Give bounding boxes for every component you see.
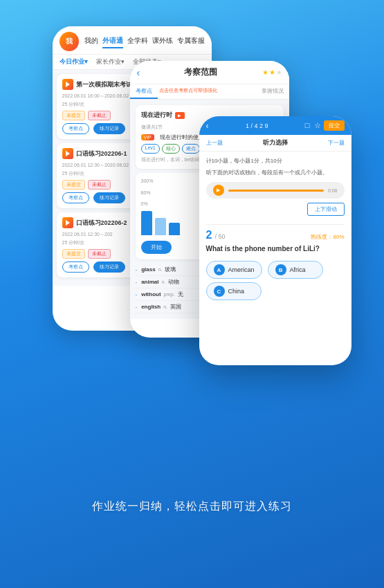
option-a[interactable]: A American xyxy=(206,261,262,279)
option-c[interactable]: C China xyxy=(206,282,262,300)
phone-stack: 我 我的 外语通 全学科 课外练 专属客服 今日作业▾ 家长作业▾ 全部状态▾ xyxy=(40,19,345,490)
star-1: ★ xyxy=(262,68,268,76)
option-row-2: C China xyxy=(206,282,345,300)
mid-tab-examine[interactable]: 考察点 xyxy=(130,84,158,99)
nav-tab-zhuanshu[interactable]: 专属客服 xyxy=(177,35,205,48)
status-unsubmit-3: 未提交 xyxy=(62,249,85,259)
word-zh-animal: 动物 xyxy=(168,278,179,286)
quiz-num: 2 xyxy=(206,229,212,241)
lesson-tag-core: 核心 xyxy=(162,144,180,154)
status-unsubmit-2: 未提交 xyxy=(62,180,85,190)
nav-tabs: 我的 外语通 全学科 课外练 专属客服 xyxy=(84,35,205,48)
sub-tab-today[interactable]: 今日作业▾ xyxy=(60,57,88,66)
quiz-progress: 1 / 4 2 9 xyxy=(212,122,302,129)
options: A American B Africa C China xyxy=(206,261,345,300)
practice-btn-2[interactable]: 练习记录 xyxy=(93,192,125,203)
task-icon-3 xyxy=(62,217,73,228)
option-letter-a: A xyxy=(214,264,225,275)
avatar: 我 xyxy=(60,32,79,51)
audio-bar: ▶ 0:08 xyxy=(206,182,345,199)
option-b[interactable]: B Africa xyxy=(268,261,323,279)
bar-3 xyxy=(169,223,180,235)
mid-tab-mastery[interactable]: 掌握情况 xyxy=(256,84,289,99)
word-pos-english: n. xyxy=(163,304,167,309)
prev-question-btn[interactable]: 上一题 xyxy=(206,139,223,147)
nav-tab-waiyutong[interactable]: 外语通 xyxy=(102,35,123,48)
option-text-b: Africa xyxy=(290,266,306,273)
star-3: ★ xyxy=(276,68,282,76)
option-text-a: American xyxy=(228,266,255,273)
back-arrow-mid[interactable]: ‹ xyxy=(137,67,140,78)
word-bullet-2: - xyxy=(136,279,138,285)
examine-btn-1[interactable]: 考察点 xyxy=(62,123,89,134)
quiz-total: / 50 xyxy=(214,233,225,240)
word-bullet-4: - xyxy=(136,304,138,310)
star-row: ★ ★ ★ xyxy=(262,68,282,76)
option-text-c: China xyxy=(228,288,245,295)
word-bullet-1: - xyxy=(136,266,138,273)
quiz-question: What is the phone number of LiLi? xyxy=(206,244,345,254)
task-icon-2 xyxy=(62,148,73,159)
word-en-animal: animal xyxy=(141,279,158,285)
examine-btn-2[interactable]: 考察点 xyxy=(62,192,89,203)
option-letter-c: C xyxy=(214,286,225,297)
nav-tab-wode[interactable]: 我的 xyxy=(84,35,98,48)
now-text: 现在进行时 xyxy=(141,111,172,120)
quiz-mastery: 熟练度：80% xyxy=(311,233,344,241)
status-notdue-3: 未截止 xyxy=(88,249,111,259)
mid-tab-note: 点击任意考察点可帮强强化 xyxy=(158,84,217,99)
live-icon: ▶ xyxy=(175,112,185,119)
doc-icon: □ xyxy=(305,121,310,130)
word-en-without: without xyxy=(141,291,161,297)
star-2: ★ xyxy=(269,68,275,76)
word-bullet-3: - xyxy=(136,291,138,297)
quiz-icons: □ ☆ xyxy=(305,121,321,130)
quiz-submit-btn[interactable]: 提交 xyxy=(324,120,345,131)
status-notdue-2: 未截止 xyxy=(88,180,111,190)
nav-tab-kewailian[interactable]: 课外练 xyxy=(152,35,173,48)
quiz-header: ‹ 1 / 4 2 9 □ ☆ 提交 xyxy=(199,116,351,135)
mid-sub-nav: 考察点 点击任意考察点可帮强强化 掌握情况 xyxy=(130,84,289,100)
task-icon-1 xyxy=(62,79,73,90)
status-notdue-1: 未截止 xyxy=(88,111,111,120)
quiz-count: 计10小题，每小题1分，共10分 xyxy=(206,157,345,165)
audio-track xyxy=(228,190,324,192)
quiz-body: 计10小题，每小题1分，共10分 听下面的对话或独白，每段后有一个或几个小题。 … xyxy=(199,151,351,306)
star-icon: ☆ xyxy=(314,121,321,130)
front-phone: ‹ 1 / 4 2 9 □ ☆ 提交 上一题 听力选择 下一题 计10小题，每小… xyxy=(199,116,351,365)
svg-marker-2 xyxy=(66,220,70,226)
quiz-back-arrow[interactable]: ‹ xyxy=(206,121,209,131)
quiz-instruction: 听下面的对话或独白，每段后有一个或几个小题。 xyxy=(206,169,345,176)
main-nav: 我 我的 外语通 全学科 课外练 专属客服 xyxy=(53,26,212,55)
mid-title: 考察范围 xyxy=(144,66,257,78)
word-en-english: english xyxy=(141,304,161,310)
sub-tab-parent[interactable]: 家长作业▾ xyxy=(96,57,125,66)
svg-marker-0 xyxy=(66,82,70,87)
audio-time: 0:08 xyxy=(328,188,338,193)
start-button[interactable]: 开始 xyxy=(141,241,172,254)
lesson-tag-hard: 难点 xyxy=(182,144,200,154)
practice-btn-1[interactable]: 练习记录 xyxy=(93,123,125,134)
nav-tab-quanxueke[interactable]: 全学科 xyxy=(127,35,148,48)
scroll-button[interactable]: 上下滑动 xyxy=(307,203,345,216)
examine-btn-3[interactable]: 考察点 xyxy=(62,261,89,273)
quiz-number-row: 2 / 50 熟练度：80% xyxy=(206,229,345,241)
word-en-glass: glass xyxy=(141,266,155,273)
practice-btn-3[interactable]: 练习记录 xyxy=(93,261,125,273)
word-zh-without: 无 xyxy=(178,291,183,298)
option-letter-b: B xyxy=(275,264,286,275)
option-row-1: A American B Africa xyxy=(206,261,345,279)
word-pos-without: prep. xyxy=(164,292,175,297)
word-zh-glass: 玻璃 xyxy=(165,266,176,273)
svg-marker-1 xyxy=(66,151,70,156)
quiz-nav: 上一题 听力选择 下一题 xyxy=(199,135,351,151)
mid-header: ‹ 考察范围 ★ ★ ★ xyxy=(130,61,289,84)
audio-play-btn[interactable]: ▶ xyxy=(213,185,224,196)
word-pos-animal: n. xyxy=(162,279,166,284)
tagline: 作业统一归纳，轻松点击即可进入练习 xyxy=(92,499,292,514)
status-unsubmit-1: 未提交 xyxy=(62,111,85,120)
word-pos-glass: n. xyxy=(158,267,163,272)
next-question-btn[interactable]: 下一题 xyxy=(328,139,345,147)
vip-tag: VIP xyxy=(141,134,154,140)
bar-2 xyxy=(155,218,166,235)
